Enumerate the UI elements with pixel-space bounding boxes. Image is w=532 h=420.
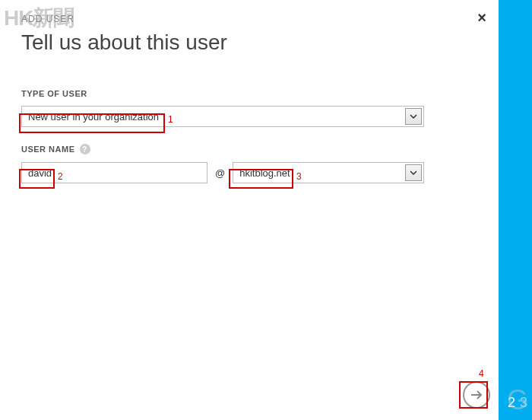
- main-content: ADD USER Tell us about this user TYPE OF…: [21, 14, 475, 183]
- domain-select[interactable]: hkitblog.net: [233, 162, 424, 183]
- annotation-label-2: 2: [58, 171, 63, 182]
- type-of-user-select[interactable]: New user in your organization: [21, 106, 424, 127]
- username-label: USER NAME ?: [21, 144, 475, 154]
- label-text: USER NAME: [21, 145, 75, 154]
- annotation-label-4: 4: [479, 368, 484, 379]
- annotation-label-3: 3: [296, 171, 302, 182]
- arrow-right-icon: [470, 390, 483, 400]
- wizard-step-bar: 23: [499, 0, 532, 420]
- close-button[interactable]: ×: [477, 9, 486, 27]
- help-icon[interactable]: ?: [80, 144, 90, 154]
- breadcrumb: ADD USER: [21, 14, 475, 24]
- chevron-down-icon[interactable]: [405, 164, 422, 181]
- type-of-user-label: TYPE OF USER: [21, 89, 475, 98]
- username-input[interactable]: [21, 162, 207, 183]
- at-sign: @: [215, 167, 225, 179]
- username-row: @ hkitblog.net: [21, 162, 424, 183]
- watermark-g: G: [507, 384, 528, 416]
- select-value: New user in your organization: [28, 111, 417, 123]
- chevron-down-icon[interactable]: [405, 108, 422, 125]
- next-button[interactable]: [463, 381, 490, 409]
- page-title: Tell us about this user: [21, 30, 475, 55]
- domain-value: hkitblog.net: [239, 167, 417, 179]
- label-text: TYPE OF USER: [21, 89, 87, 98]
- annotation-label-1: 1: [168, 114, 173, 125]
